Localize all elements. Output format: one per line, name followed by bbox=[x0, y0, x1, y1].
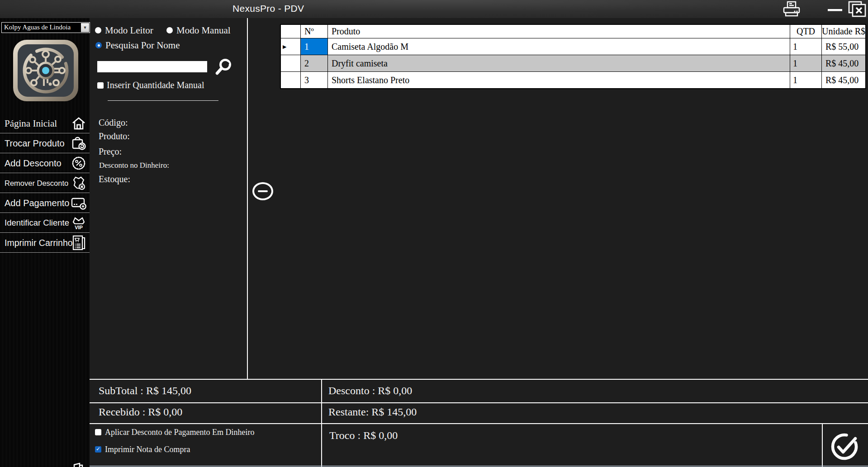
confirm-cell-divider bbox=[822, 423, 823, 467]
row-qtd-cell[interactable]: 1 bbox=[790, 38, 822, 55]
row-n-cell[interactable]: 1 bbox=[301, 38, 328, 55]
sidebar-item-label: Imprimir Carrinho bbox=[5, 237, 73, 248]
quantity-manual-checkbox[interactable] bbox=[97, 82, 104, 89]
search-icon[interactable] bbox=[213, 58, 235, 75]
close-button[interactable] bbox=[847, 0, 868, 18]
receipt-cart-icon bbox=[70, 234, 87, 251]
table-row[interactable]: ▶ 1 Camiseta Algodão M 1 R$ 55,00 bbox=[281, 38, 865, 55]
header-unidade: Unidade R$ bbox=[822, 25, 865, 38]
sidebar-item-add-pagamento[interactable]: Add Pagamento bbox=[0, 193, 90, 213]
bag-return-icon bbox=[70, 135, 87, 152]
store-select[interactable]: Kolpy Aguas de Lindoia ▼ bbox=[1, 22, 90, 33]
totals-column-divider bbox=[321, 379, 322, 467]
panel-divider-rule bbox=[108, 100, 218, 101]
exit-door-icon bbox=[71, 462, 88, 467]
radio-pesquisa-por-nome[interactable] bbox=[95, 42, 102, 48]
radio-modo-leitor[interactable] bbox=[95, 27, 101, 33]
sidebar-item-label: Identificar Cliente bbox=[5, 218, 69, 228]
minimize-button[interactable] bbox=[826, 6, 844, 14]
cart-table-header: Nº Produto QTD Unidade R$ bbox=[281, 25, 865, 38]
radio-modo-manual[interactable] bbox=[166, 27, 173, 33]
sidebar-item-identificar-cliente[interactable]: Identificar Cliente VIP bbox=[0, 213, 90, 233]
sidebar-item-label: Página Inicial bbox=[5, 118, 57, 129]
table-row[interactable]: 3 Shorts Elastano Preto 1 R$ 45,00 bbox=[281, 71, 865, 88]
radio-modo-leitor-label: Modo Leitor bbox=[105, 25, 153, 36]
row-produto-cell[interactable]: Camiseta Algodão M bbox=[328, 38, 790, 55]
cash-discount-label: Aplicar Desconto de Pagamento Em Dinheir… bbox=[105, 428, 254, 437]
header-n: Nº bbox=[301, 25, 328, 38]
sidebar-item-add-desconto[interactable]: Add Desconto bbox=[0, 153, 90, 173]
totals-row-divider-1 bbox=[90, 402, 868, 403]
row-produto-cell[interactable]: Dryfit camiseta bbox=[328, 55, 790, 71]
panel-vertical-divider bbox=[247, 18, 248, 379]
row-unidade-cell[interactable]: R$ 45,00 bbox=[822, 55, 865, 71]
window-title: NexusPro - PDV bbox=[232, 3, 304, 14]
header-selector bbox=[281, 25, 301, 38]
row-selector-cell[interactable] bbox=[281, 72, 301, 88]
window-bottom-edge bbox=[90, 466, 868, 467]
sidebar-item-remover-desconto[interactable]: Remover Desconto bbox=[0, 173, 90, 193]
subtotal-value: SubTotal : R$ 145,00 bbox=[99, 385, 191, 397]
home-icon bbox=[70, 115, 87, 132]
minimize-icon bbox=[826, 6, 844, 14]
row-selector-cell[interactable]: ▶ bbox=[281, 38, 301, 55]
sidebar-item-label: Add Pagamento bbox=[5, 198, 69, 208]
restante-value: Restante: R$ 145,00 bbox=[328, 406, 417, 418]
radio-pesquisa-por-nome-label: Pesquisa Por Nome bbox=[105, 40, 180, 51]
sidebar-item-trocar-produto[interactable]: Trocar Produto bbox=[0, 133, 90, 153]
app-logo bbox=[12, 39, 79, 102]
product-search-input[interactable] bbox=[97, 61, 207, 72]
row-produto-cell[interactable]: Shorts Elastano Preto bbox=[328, 72, 790, 88]
table-row[interactable]: 2 Dryfit camiseta 1 R$ 45,00 bbox=[281, 55, 865, 71]
row-qtd-cell[interactable]: 1 bbox=[790, 55, 822, 71]
sidebar-menu: Página Inicial Trocar Produto Add De bbox=[0, 113, 90, 253]
row-n-cell[interactable]: 3 bbox=[301, 72, 328, 88]
percent-badge-icon bbox=[70, 155, 87, 172]
exit-button[interactable]: Sair bbox=[0, 445, 90, 467]
row-unidade-cell[interactable]: R$ 45,00 bbox=[822, 72, 865, 88]
quantity-manual-label: Inserir Quantidade Manual bbox=[107, 80, 204, 90]
nexuspro-pdv-window: { "window": { "title": "NexusPro - PDV" … bbox=[0, 0, 868, 467]
row-unidade-cell[interactable]: R$ 55,00 bbox=[822, 38, 865, 55]
close-icon bbox=[847, 0, 868, 18]
vip-crown-icon: VIP bbox=[70, 214, 87, 231]
print-receipt-label: Imprimir Nota de Compra bbox=[105, 445, 190, 454]
cash-discount-checkbox[interactable] bbox=[95, 429, 101, 435]
header-qtd: QTD bbox=[790, 25, 822, 38]
combo-arrow-icon: ▼ bbox=[81, 23, 89, 32]
sidebar-item-label: Add Desconto bbox=[5, 158, 62, 168]
printer-icon bbox=[782, 1, 802, 17]
print-receipt-checkbox[interactable] bbox=[95, 446, 101, 453]
header-produto: Produto bbox=[328, 25, 790, 38]
confirm-sale-button[interactable] bbox=[830, 431, 859, 462]
store-select-value: Kolpy Aguas de Lindoia bbox=[4, 24, 71, 31]
desconto-value: Desconto : R$ 0,00 bbox=[328, 385, 412, 397]
row-n-cell[interactable]: 2 bbox=[301, 55, 328, 71]
desconto-dinheiro-label: Desconto no Dinheiro: bbox=[99, 161, 169, 170]
produto-label: Produto: bbox=[99, 131, 130, 142]
minus-circle-icon[interactable] bbox=[252, 182, 273, 200]
card-add-icon bbox=[70, 194, 87, 212]
radio-modo-manual-label: Modo Manual bbox=[176, 25, 231, 36]
estoque-label: Estoque: bbox=[99, 174, 130, 184]
sidebar-item-pagina-inicial[interactable]: Página Inicial bbox=[0, 113, 90, 133]
row-selector-cell[interactable] bbox=[281, 55, 301, 71]
codigo-label: Código: bbox=[99, 118, 128, 128]
sidebar-item-imprimir-carrinho[interactable]: Imprimir Carrinho bbox=[0, 233, 90, 253]
totals-border-top bbox=[90, 379, 868, 380]
recebido-value: Recebido : R$ 0,00 bbox=[99, 406, 182, 418]
sidebar-item-label: Remover Desconto bbox=[5, 179, 68, 187]
tag-remove-icon bbox=[70, 175, 87, 192]
totals-row-divider-2 bbox=[90, 423, 868, 424]
row-selector-arrow-icon: ▶ bbox=[283, 44, 286, 50]
troco-value: Troco : R$ 0,00 bbox=[329, 429, 398, 442]
row-qtd-cell[interactable]: 1 bbox=[790, 72, 822, 88]
cart-table: Nº Produto QTD Unidade R$ ▶ 1 Camiseta A… bbox=[280, 24, 866, 89]
sidebar: Kolpy Aguas de Lindoia ▼ bbox=[0, 18, 90, 467]
preco-label: Preço: bbox=[99, 146, 122, 157]
print-button[interactable] bbox=[782, 1, 802, 17]
check-circle-icon bbox=[830, 431, 859, 462]
titlebar: NexusPro - PDV bbox=[0, 0, 868, 18]
sidebar-item-label: Trocar Produto bbox=[5, 138, 65, 148]
svg-text:VIP: VIP bbox=[75, 225, 83, 230]
